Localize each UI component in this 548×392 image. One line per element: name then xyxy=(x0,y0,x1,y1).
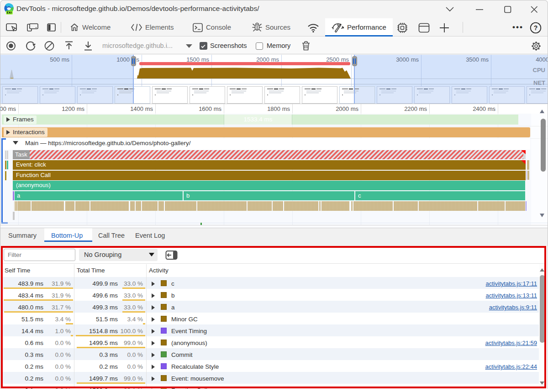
svg-text:?: ? xyxy=(534,24,538,31)
